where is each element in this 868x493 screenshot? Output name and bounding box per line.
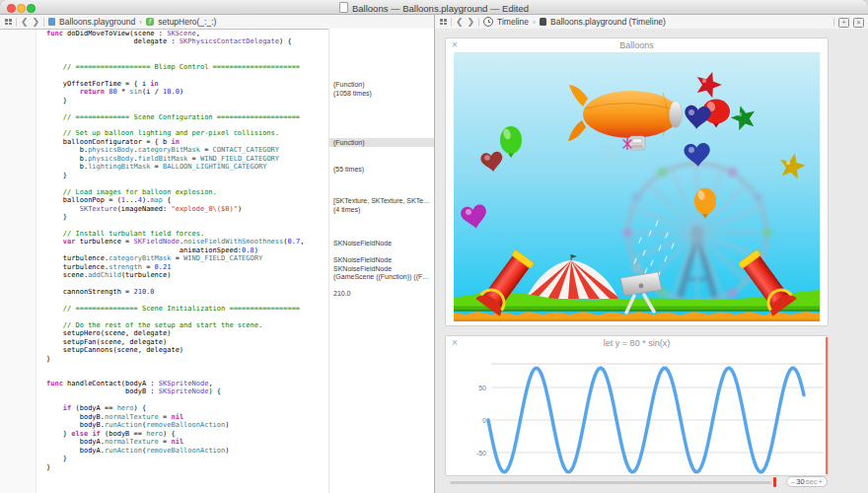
timeline-position-marker	[826, 337, 828, 474]
duration-minus-button[interactable]: –	[791, 477, 795, 486]
timeline-duration-stepper: – 30 sec +	[786, 476, 828, 487]
dirt-shadow	[454, 319, 820, 322]
result-item[interactable]: (Function)	[329, 138, 435, 147]
titlebar: Balloons — Balloons.playground — Edited	[0, 0, 868, 15]
chart-panel: × let y = 80 * sin(x) 500-50	[445, 335, 829, 476]
y-axis-tick-label: -50	[476, 450, 486, 457]
timeline-file-icon	[540, 18, 547, 27]
result-item[interactable]: (55 times)	[329, 165, 435, 174]
duration-unit: sec	[806, 477, 818, 486]
chart-header: × let y = 80 * sin(x)	[446, 336, 828, 350]
result-item[interactable]: (Function)	[329, 80, 435, 89]
y-axis-tick-label: 50	[478, 385, 486, 391]
result-item[interactable]: 210.0	[329, 289, 435, 298]
forward-button[interactable]: ❯	[33, 18, 40, 27]
jumpbar-right: ❮ ❯ Timeline › Balloons.playground (Time…	[434, 15, 868, 30]
back-button[interactable]: ❮	[21, 18, 29, 27]
editor-gutter	[0, 30, 36, 493]
results-sidebar: (Function)(1058 times)(Function)(55 time…	[328, 29, 435, 493]
breadcrumb-file[interactable]: Balloons.playground	[59, 17, 135, 27]
document-icon	[339, 2, 348, 13]
breadcrumb-timeline[interactable]: Timeline	[497, 17, 529, 27]
duration-plus-button[interactable]: +	[819, 477, 823, 486]
result-item[interactable]: (4 times)	[329, 205, 435, 214]
close-assistant-editor-icon[interactable]: ×	[853, 18, 864, 28]
result-item[interactable]: [SKTexture, SKTexture, SKTe…	[329, 196, 435, 205]
chevron-icon: ›	[139, 18, 142, 27]
back-button[interactable]: ❮	[456, 18, 464, 27]
jumpbar-left: ❮ ❯ Balloons.playground › f setupHero(_:…	[0, 15, 434, 30]
timeline-slider-handle[interactable]	[773, 477, 776, 487]
duration-value[interactable]: 30	[796, 477, 804, 486]
timeline-assistant-pane: × Balloons	[434, 29, 868, 493]
forward-button[interactable]: ❯	[468, 18, 475, 27]
chevron-icon: ›	[533, 18, 536, 27]
breadcrumb-timeline-file[interactable]: Balloons.playground (Timeline)	[550, 17, 666, 27]
result-item[interactable]: (1058 times)	[329, 89, 435, 98]
xcode-playground-window: Balloons — Balloons.playground — Edited …	[0, 0, 868, 493]
timeline-slider-track[interactable]	[450, 481, 771, 484]
game-scene	[454, 52, 820, 321]
window-title: Balloons — Balloons.playground — Edited	[0, 2, 868, 14]
timeline-clock-icon	[483, 17, 493, 27]
related-items-icon[interactable]	[5, 19, 12, 25]
function-icon: f	[146, 18, 155, 27]
chart-plot: 500-50	[446, 350, 828, 475]
code-text[interactable]: func doDidMoveToView(scene : SKScene, de…	[46, 30, 304, 471]
breadcrumb-symbol[interactable]: setupHero(_:_:)	[158, 17, 216, 27]
grass-edge	[454, 310, 820, 312]
related-items-icon[interactable]	[440, 19, 447, 25]
result-item[interactable]: SKNoiseFieldNode	[329, 239, 435, 247]
live-view-header: × Balloons	[446, 38, 828, 52]
live-view-panel: × Balloons	[445, 37, 829, 326]
add-assistant-editor-icon[interactable]: +	[838, 18, 849, 28]
y-axis-tick-label: 0	[482, 417, 486, 424]
chart-title: let y = 80 * sin(x)	[446, 338, 828, 348]
live-view-title: Balloons	[446, 40, 828, 50]
result-item[interactable]: (GameScene ((Function)) ((F…	[329, 272, 435, 281]
playground-file-icon	[48, 18, 55, 27]
